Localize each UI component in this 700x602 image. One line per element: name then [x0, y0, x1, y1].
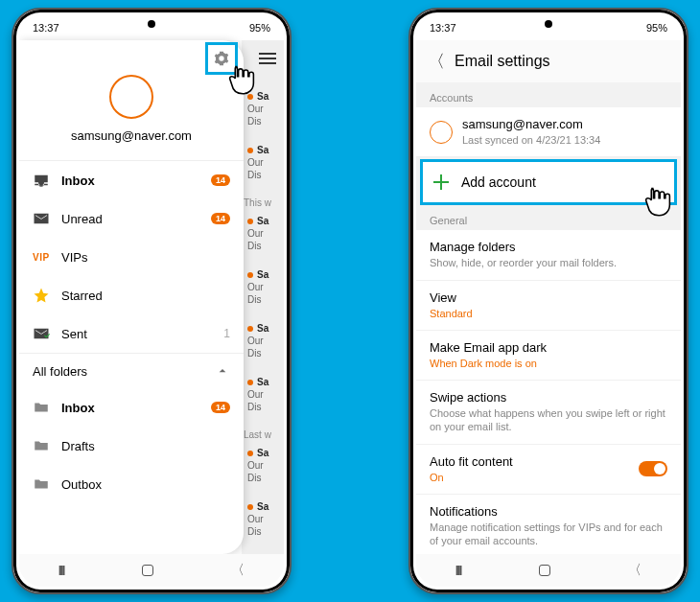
setting-subtitle: On: [430, 471, 667, 484]
settings-item-manage-folders[interactable]: Manage foldersShow, hide, or reorder you…: [416, 230, 681, 280]
item-count: 1: [223, 327, 230, 340]
inbox-icon: [33, 172, 54, 189]
setting-title: Notifications: [430, 504, 667, 519]
folder-icon: [33, 475, 54, 493]
subfolder-inbox[interactable]: Inbox14: [19, 388, 244, 427]
bg-message: Sa OurDis: [247, 268, 280, 306]
setting-title: Make Email app dark: [430, 340, 667, 355]
setting-title: Manage folders: [430, 240, 667, 254]
phone-settings: 13:37 95% 〈 Email settings Accounts sams…: [408, 8, 688, 594]
folder-icon: [33, 399, 54, 416]
setting-subtitle: When Dark mode is on: [430, 357, 667, 370]
nav-back-button[interactable]: 〈: [628, 562, 642, 579]
folder-vips[interactable]: VIPVIPs: [19, 238, 244, 276]
toggle-switch[interactable]: [639, 461, 667, 476]
pointer-hand-icon: [641, 183, 675, 218]
star-icon: [33, 287, 54, 304]
settings-header: 〈 Email settings: [416, 40, 681, 82]
camera-hole: [545, 20, 552, 28]
folder-label: Outbox: [61, 477, 230, 492]
add-account-button[interactable]: Add account: [423, 162, 674, 202]
add-account-label: Add account: [461, 174, 536, 190]
nav-drawer: samsung@naver.com Inbox14Unread14VIPVIPs…: [19, 40, 244, 554]
nav-home-button[interactable]: [142, 565, 153, 576]
subfolder-outbox[interactable]: Outbox: [19, 465, 244, 503]
folder-label: Inbox: [61, 174, 211, 188]
account-row[interactable]: samsung@naver.com Last synced on 4/23/21…: [416, 107, 681, 157]
status-bar: 13:37 95%: [416, 15, 681, 40]
pointer-hand-icon: [224, 61, 259, 96]
folder-sent[interactable]: Sent1: [19, 314, 244, 353]
back-button[interactable]: 〈: [428, 50, 445, 73]
status-battery: 95%: [249, 22, 270, 34]
settings-item-notifications[interactable]: NotificationsManage notification setting…: [416, 495, 681, 554]
chevron-up-icon: [215, 363, 230, 379]
setting-subtitle: Standard: [430, 307, 667, 320]
folder-label: Inbox: [61, 401, 211, 415]
camera-hole: [148, 20, 155, 28]
nav-home-button[interactable]: [539, 565, 550, 576]
bg-message: Sa OurDis: [247, 215, 280, 252]
all-folders-toggle[interactable]: All folders: [19, 354, 244, 388]
unread-badge: 14: [211, 213, 230, 224]
nav-recents-button[interactable]: III: [455, 563, 461, 578]
bg-message: Sa OurDis: [247, 376, 280, 413]
nav-back-button[interactable]: 〈: [231, 562, 245, 579]
bg-message: Sa OurDis: [247, 447, 280, 484]
setting-subtitle: Manage notification settings for VIPs an…: [430, 521, 667, 548]
background-inbox: Sa OurDis Sa OurDis This w Sa OurDis Sa …: [242, 40, 284, 554]
mail-icon: [33, 210, 54, 227]
plus-icon: [432, 174, 450, 191]
folder-starred[interactable]: Starred: [19, 276, 244, 314]
all-folders-label: All folders: [33, 364, 87, 379]
hamburger-icon[interactable]: [259, 50, 276, 67]
settings-item-view[interactable]: ViewStandard: [416, 281, 681, 331]
screen: 13:37 95% Sa OurDis Sa OurDis This w Sa …: [19, 15, 284, 587]
phone-drawer: 13:37 95% Sa OurDis Sa OurDis This w Sa …: [12, 8, 292, 594]
setting-subtitle: Choose what happens when you swipe left …: [430, 406, 667, 434]
status-time: 13:37: [430, 22, 456, 34]
status-time: 13:37: [33, 22, 59, 34]
avatar[interactable]: [109, 75, 153, 119]
account-avatar-icon: [430, 121, 453, 144]
subfolder-drafts[interactable]: Drafts: [19, 427, 244, 465]
folder-label: Unread: [61, 212, 211, 226]
nav-recents-button[interactable]: III: [58, 563, 64, 578]
settings-item-auto-fit-content[interactable]: Auto fit contentOn: [416, 445, 681, 495]
folder-label: Sent: [61, 327, 223, 341]
page-title: Email settings: [455, 53, 550, 70]
account-sync-info: Last synced on 4/23/21 13:34: [462, 133, 600, 147]
screen: 13:37 95% 〈 Email settings Accounts sams…: [416, 15, 681, 587]
folder-label: VIPs: [61, 250, 230, 265]
bg-message: Sa OurDis: [247, 144, 280, 181]
vip-icon: VIP: [33, 252, 54, 263]
section-accounts-label: Accounts: [416, 82, 681, 107]
settings-item-swipe-actions[interactable]: Swipe actionsChoose what happens when yo…: [416, 381, 681, 445]
bg-section: This w: [244, 197, 280, 208]
add-account-highlight: Add account: [420, 159, 677, 205]
account-email[interactable]: samsung@naver.com: [19, 128, 244, 143]
android-nav-bar: III 〈: [19, 554, 284, 587]
settings-item-make-email-app-dark[interactable]: Make Email app darkWhen Dark mode is on: [416, 331, 681, 381]
setting-title: View: [430, 290, 667, 305]
folder-icon: [33, 437, 54, 454]
bg-message: Sa OurDis: [247, 322, 280, 359]
status-bar: 13:37 95%: [19, 15, 284, 40]
unread-badge: 14: [211, 174, 230, 186]
folder-label: Starred: [61, 289, 230, 303]
setting-subtitle: Show, hide, or reorder your mail folders…: [430, 256, 667, 269]
unread-badge: 14: [211, 402, 230, 413]
sent-icon: [33, 325, 54, 342]
bg-section: Last w: [244, 429, 280, 440]
setting-title: Swipe actions: [430, 390, 667, 405]
folder-unread[interactable]: Unread14: [19, 199, 244, 238]
android-nav-bar: III 〈: [416, 554, 681, 587]
folder-label: Drafts: [61, 439, 230, 453]
setting-title: Auto fit content: [430, 454, 667, 469]
account-email: samsung@naver.com: [462, 117, 600, 131]
bg-message: Sa OurDis: [247, 500, 280, 538]
status-battery: 95%: [646, 22, 667, 34]
email-settings-page: 〈 Email settings Accounts samsung@naver.…: [416, 40, 681, 554]
folder-inbox[interactable]: Inbox14: [19, 161, 244, 199]
